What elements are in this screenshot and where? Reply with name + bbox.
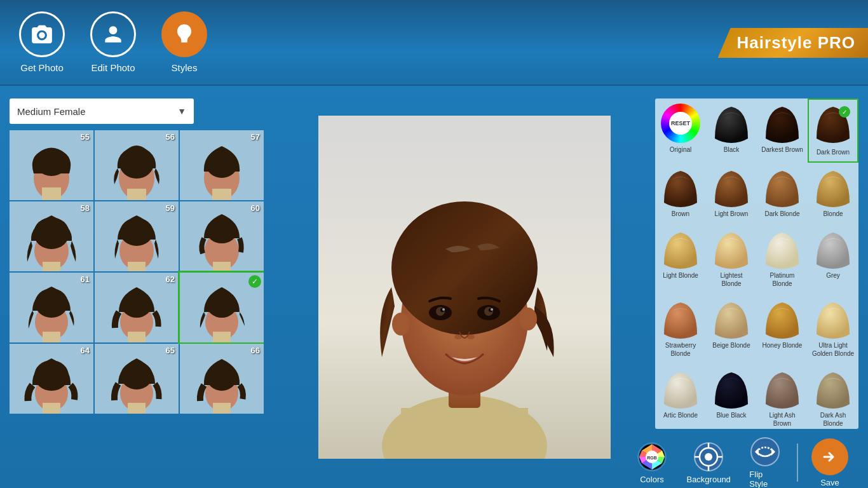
color-item-grey[interactable]: Grey [808,224,858,294]
style-65-preview [105,344,168,414]
svg-rect-21 [43,332,60,342]
styles-icon-circle [161,11,207,57]
dark-ash-blonde-swatch [813,369,853,409]
edit-photo-label: Edit Photo [91,62,135,73]
style-number-57: 57 [251,132,260,142]
background-toolbar-icon [693,442,724,472]
color-label-platinum-blonde: Platinum Blonde [761,271,804,288]
color-label-brown: Brown [672,210,689,218]
style-item-55[interactable]: 55 [10,130,93,200]
save-icon-circle [811,438,848,475]
svg-point-35 [207,363,237,391]
colors-toolbar-label: Colors [640,475,664,484]
blonde-swatch [813,168,853,207]
color-item-brown[interactable]: Brown [655,163,706,224]
svg-point-61 [705,453,712,461]
style-item-62[interactable]: 62 [95,273,179,342]
svg-rect-27 [213,332,231,342]
color-item-darkest-brown[interactable]: Darkest Brown [757,98,808,163]
dropdown-value: Medium Female [17,106,86,117]
color-item-ultra-light-golden-blonde[interactable]: Ultra Light Golden Blonde [808,294,858,364]
color-label-beige-blonde: Beige Blonde [712,341,750,349]
style-number-60: 60 [251,203,260,213]
color-item-lightest-blonde[interactable]: Lightest Blonde [706,224,757,294]
category-dropdown[interactable]: Medium Female ▼ [10,98,194,124]
color-item-dark-blonde[interactable]: Dark Blonde [757,163,808,224]
style-item-66[interactable]: 66 [180,344,264,414]
color-item-platinum-blonde[interactable]: Platinum Blonde [757,224,808,294]
style-item-58[interactable]: 58 [10,201,93,271]
color-item-strawberry-blonde[interactable]: Strawberry Blonde [655,294,706,364]
color-label-strawberry-blonde: Strawberry Blonde [659,341,702,358]
style-item-64[interactable]: 64 [10,344,93,414]
color-item-beige-blonde[interactable]: Beige Blonde [706,294,757,364]
style-item-65[interactable]: 65 [95,344,179,414]
svg-point-5 [119,148,154,179]
style-61-preview [20,273,83,342]
svg-point-14 [120,218,153,246]
color-item-dark-ash-blonde[interactable]: Dark Ash Blonde [808,364,858,429]
color-label-blonde: Blonde [823,210,843,218]
style-item-56[interactable]: 56 [95,130,179,200]
style-59-preview [105,201,168,271]
svg-point-52 [467,334,475,339]
color-item-light-blonde[interactable]: Light Blonde [655,224,706,294]
camera-icon [30,22,54,46]
toolbar-colors[interactable]: RGB Colors [627,437,677,489]
light-blonde-swatch [661,229,700,269]
color-label-ultra-light-golden-blonde: Ultra Light Golden Blonde [811,341,855,358]
nav-get-photo[interactable]: Get Photo [19,11,65,73]
color-item-black[interactable]: Black [706,98,757,163]
style-item-59[interactable]: 59 [95,201,179,271]
color-item-honey-blonde[interactable]: Honey Blonde [757,294,808,364]
svg-text:RGB: RGB [647,456,657,460]
svg-point-11 [34,217,69,249]
style-item-57[interactable]: 57 [180,130,264,200]
color-item-blonde[interactable]: Blonde [808,163,858,224]
svg-point-49 [442,308,445,311]
svg-point-23 [121,291,152,318]
nav-edit-photo[interactable]: Edit Photo [90,11,136,73]
style-number-58: 58 [81,203,90,213]
darkest-brown-swatch [763,104,802,143]
preview-image [318,116,611,459]
color-item-artic-blonde[interactable]: Artic Blonde [655,364,706,429]
color-item-original[interactable]: RESET Original [655,98,706,163]
main-content: Medium Female ▼ 55 [0,86,868,488]
color-item-light-ash-brown[interactable]: Light Ash Brown [757,364,808,429]
color-item-blue-black[interactable]: Blue Black [706,364,757,429]
bottom-toolbar: RGB Colors Background [614,437,868,488]
svg-rect-36 [213,403,231,414]
svg-rect-9 [212,189,231,200]
toolbar-save[interactable]: Save [804,433,855,489]
svg-rect-15 [128,262,146,271]
color-label-dark-blonde: Dark Blonde [764,210,799,218]
nav-styles[interactable]: Styles [161,11,207,73]
style-63-preview [190,273,254,342]
style-item-61[interactable]: 61 [10,273,93,342]
style-number-59: 59 [166,203,175,213]
color-label-original: Original [670,146,691,154]
style-62-preview [105,273,168,342]
toolbar-flip-style[interactable]: Flip Style [740,431,790,488]
dropdown-arrow-icon: ▼ [177,106,186,116]
light-brown-swatch [712,168,751,207]
grey-swatch [813,229,853,269]
style-58-preview [20,201,83,271]
svg-point-29 [34,360,69,391]
dark-brown-check-icon: ✓ [839,106,850,118]
platinum-blonde-swatch [763,229,802,269]
app-header: Get Photo Edit Photo Styles Hairstyle PR… [0,0,868,86]
brown-swatch [661,168,700,207]
svg-rect-39 [401,408,528,459]
color-item-light-brown[interactable]: Light Brown [706,163,757,224]
style-57-preview [190,130,254,200]
style-number-62: 62 [166,274,175,284]
color-label-black: Black [724,146,739,154]
toolbar-background[interactable]: Background [681,437,736,489]
color-item-dark-brown[interactable]: ✓ Dark Brown [808,98,858,163]
style-item-60[interactable]: 60 [180,201,264,271]
app-logo-area: Hairstyle PRO [677,0,868,86]
style-item-63[interactable]: ✓ [180,273,264,342]
style-number-56: 56 [166,132,175,142]
